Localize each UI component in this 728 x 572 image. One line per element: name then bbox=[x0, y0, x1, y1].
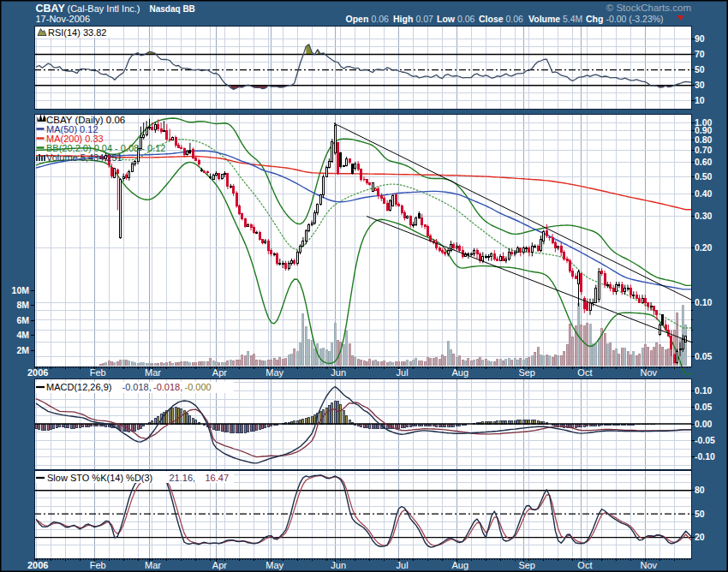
svg-text:High: High bbox=[393, 14, 413, 24]
svg-text:-0.10: -0.10 bbox=[695, 451, 715, 462]
svg-text:Jun: Jun bbox=[331, 367, 346, 378]
svg-text:Sep: Sep bbox=[518, 560, 535, 570]
svg-text:0.30: 0.30 bbox=[695, 211, 713, 221]
svg-text:Feb: Feb bbox=[90, 367, 106, 378]
svg-text:0.06: 0.06 bbox=[372, 14, 390, 24]
svg-text:2006: 2006 bbox=[27, 367, 48, 378]
svg-text:5.4M: 5.4M bbox=[563, 14, 582, 24]
svg-text:-0.05: -0.05 bbox=[695, 435, 715, 445]
svg-text:6M: 6M bbox=[16, 315, 29, 325]
svg-text:Jul: Jul bbox=[397, 560, 409, 570]
svg-text:50: 50 bbox=[695, 64, 705, 74]
svg-text:0.06: 0.06 bbox=[506, 14, 524, 24]
svg-text:Nasdaq BB: Nasdaq BB bbox=[150, 4, 195, 14]
svg-text:May: May bbox=[266, 560, 283, 570]
svg-text:Open: Open bbox=[346, 14, 369, 24]
svg-text:20: 20 bbox=[695, 532, 705, 542]
svg-text:30: 30 bbox=[695, 80, 705, 90]
svg-text:16.47: 16.47 bbox=[206, 473, 230, 483]
svg-text:Feb: Feb bbox=[90, 560, 106, 570]
svg-text:0.05: 0.05 bbox=[695, 402, 713, 412]
svg-text:Nov: Nov bbox=[641, 367, 658, 378]
svg-text:10M: 10M bbox=[12, 285, 30, 295]
svg-text:17-Nov-2006: 17-Nov-2006 bbox=[36, 14, 91, 24]
svg-text:0.60: 0.60 bbox=[695, 157, 713, 167]
svg-text:4M: 4M bbox=[16, 330, 29, 340]
svg-text:-0.018,: -0.018, bbox=[153, 382, 182, 392]
svg-text:90: 90 bbox=[695, 33, 705, 44]
svg-text:© StockCharts.com: © StockCharts.com bbox=[606, 3, 691, 13]
svg-text:0.40: 0.40 bbox=[695, 188, 713, 199]
svg-text:8M: 8M bbox=[16, 300, 29, 310]
svg-text:Jun: Jun bbox=[331, 560, 346, 570]
svg-text:Slow STO %K(14) %D(3): Slow STO %K(14) %D(3) bbox=[47, 473, 152, 483]
svg-text:Jul: Jul bbox=[397, 367, 409, 378]
svg-text:Apr: Apr bbox=[212, 560, 227, 570]
svg-text:0.00: 0.00 bbox=[695, 419, 713, 429]
svg-text:Aug: Aug bbox=[452, 367, 469, 378]
svg-text:Mar: Mar bbox=[145, 367, 161, 378]
svg-text:50: 50 bbox=[695, 509, 705, 519]
svg-text:Low: Low bbox=[437, 14, 456, 24]
svg-text:80: 80 bbox=[695, 485, 705, 495]
svg-text:(Cal-Bay Intl Inc.): (Cal-Bay Intl Inc.) bbox=[68, 3, 140, 14]
svg-text:70: 70 bbox=[695, 49, 705, 59]
svg-text:Sep: Sep bbox=[518, 367, 535, 378]
svg-text:-0.000: -0.000 bbox=[185, 382, 212, 392]
svg-text:Mar: Mar bbox=[145, 560, 161, 570]
svg-text:Aug: Aug bbox=[452, 560, 469, 570]
svg-text:Oct: Oct bbox=[577, 367, 592, 378]
svg-text:2006: 2006 bbox=[27, 560, 48, 570]
svg-text:0.70: 0.70 bbox=[695, 145, 713, 155]
svg-text:Nov: Nov bbox=[641, 560, 658, 570]
svg-text:Oct: Oct bbox=[577, 560, 592, 570]
svg-text:0.50: 0.50 bbox=[695, 171, 713, 182]
svg-text:0.10: 0.10 bbox=[695, 385, 713, 396]
svg-text:2M: 2M bbox=[16, 345, 29, 355]
svg-text:0.80: 0.80 bbox=[695, 134, 713, 145]
svg-text:Volume 5,434,251: Volume 5,434,251 bbox=[46, 152, 122, 163]
svg-text:MACD(12,26,9): MACD(12,26,9) bbox=[46, 382, 111, 392]
svg-text:RSI(14) 33.82: RSI(14) 33.82 bbox=[48, 27, 106, 38]
svg-text:10: 10 bbox=[695, 95, 705, 105]
svg-text:0.07: 0.07 bbox=[416, 14, 434, 24]
svg-text:21.16,: 21.16, bbox=[170, 473, 196, 483]
svg-text:0.05: 0.05 bbox=[695, 351, 713, 361]
svg-text:Close: Close bbox=[479, 14, 504, 24]
svg-text:CBAY: CBAY bbox=[36, 3, 66, 15]
svg-text:0.06: 0.06 bbox=[457, 14, 475, 24]
svg-text:-0.018,: -0.018, bbox=[122, 382, 152, 392]
svg-text:Volume: Volume bbox=[528, 14, 560, 24]
svg-text:-0.00 (-3.23%): -0.00 (-3.23%) bbox=[606, 14, 664, 24]
svg-text:Chg: Chg bbox=[586, 14, 603, 24]
svg-text:0.10: 0.10 bbox=[695, 297, 713, 307]
svg-text:0.20: 0.20 bbox=[695, 242, 713, 253]
